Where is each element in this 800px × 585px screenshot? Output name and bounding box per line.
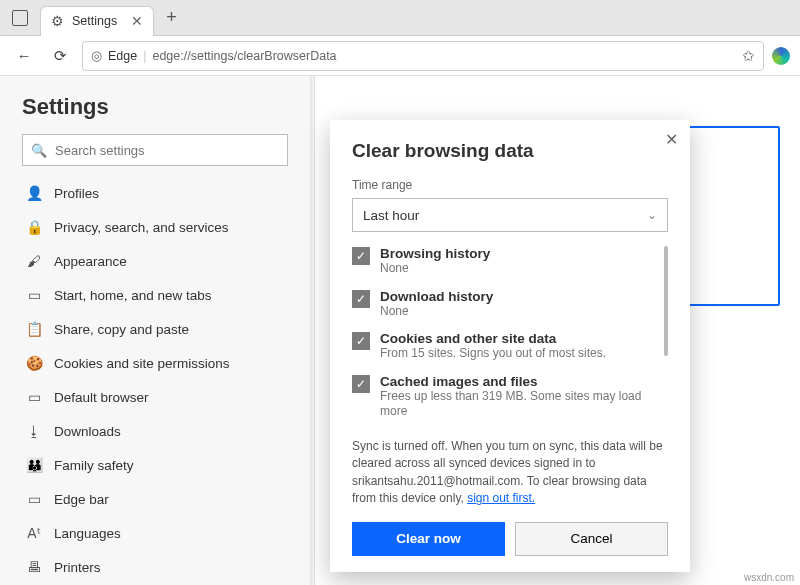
search-input[interactable] bbox=[55, 143, 279, 158]
check-desc: From 15 sites. Signs you out of most sit… bbox=[380, 346, 606, 362]
sidebar-item-5[interactable]: 🍪Cookies and site permissions bbox=[22, 346, 288, 380]
sidebar-item-label: Family safety bbox=[54, 458, 134, 473]
sidebar-item-icon: 🍪 bbox=[26, 355, 42, 371]
sidebar-item-label: Printers bbox=[54, 560, 101, 575]
dialog-title: Clear browsing data bbox=[352, 140, 668, 162]
sidebar-item-icon: 👪 bbox=[26, 457, 42, 473]
time-range-value: Last hour bbox=[363, 208, 419, 223]
sidebar-item-11[interactable]: 🖶Printers bbox=[22, 550, 288, 584]
sidebar-item-3[interactable]: ▭Start, home, and new tabs bbox=[22, 278, 288, 312]
address-bar[interactable]: ◎ Edge | edge://settings/clearBrowserDat… bbox=[82, 41, 764, 71]
sidebar-item-icon: 👤 bbox=[26, 185, 42, 201]
chevron-down-icon: ⌄ bbox=[647, 208, 657, 222]
check-row-1: ✓Download historyNone bbox=[352, 289, 668, 320]
new-tab-button[interactable]: + bbox=[154, 7, 189, 28]
sign-out-link[interactable]: sign out first. bbox=[467, 491, 535, 505]
sidebar-item-label: Share, copy and paste bbox=[54, 322, 189, 337]
sidebar-item-icon: 🖌 bbox=[26, 253, 42, 269]
search-settings[interactable]: 🔍 bbox=[22, 134, 288, 166]
titlebar: ⚙ Settings ✕ + bbox=[0, 0, 800, 36]
watermark: wsxdn.com bbox=[744, 572, 794, 583]
page-title: Settings bbox=[22, 94, 288, 120]
address-host: Edge bbox=[108, 49, 137, 63]
sidebar-item-icon: Aᵗ bbox=[26, 525, 42, 541]
check-title: Cookies and other site data bbox=[380, 331, 606, 346]
checkbox[interactable]: ✓ bbox=[352, 290, 370, 308]
check-row-2: ✓Cookies and other site dataFrom 15 site… bbox=[352, 331, 668, 362]
sidebar-item-icon: ▭ bbox=[26, 389, 42, 405]
sidebar-item-0[interactable]: 👤Profiles bbox=[22, 176, 288, 210]
sidebar-item-icon: ▭ bbox=[26, 491, 42, 507]
clear-browsing-data-dialog: ✕ Clear browsing data Time range Last ho… bbox=[330, 120, 690, 572]
checkbox[interactable]: ✓ bbox=[352, 375, 370, 393]
sidebar-item-2[interactable]: 🖌Appearance bbox=[22, 244, 288, 278]
check-desc: Frees up less than 319 MB. Some sites ma… bbox=[380, 389, 668, 420]
sync-note: Sync is turned off. When you turn on syn… bbox=[352, 438, 668, 508]
close-dialog-icon[interactable]: ✕ bbox=[665, 130, 678, 149]
sidebar-item-icon: ▭ bbox=[26, 287, 42, 303]
sidebar-item-7[interactable]: ⭳Downloads bbox=[22, 414, 288, 448]
check-desc: None bbox=[380, 261, 490, 277]
back-button[interactable]: ← bbox=[10, 42, 38, 70]
check-title: Browsing history bbox=[380, 246, 490, 261]
check-desc: None bbox=[380, 304, 493, 320]
sidebar-item-9[interactable]: ▭Edge bar bbox=[22, 482, 288, 516]
sidebar-item-label: Edge bar bbox=[54, 492, 109, 507]
edge-icon: ◎ bbox=[91, 48, 102, 63]
sidebar-item-label: Privacy, search, and services bbox=[54, 220, 229, 235]
tab-title: Settings bbox=[72, 14, 117, 28]
sidebar-item-1[interactable]: 🔒Privacy, search, and services bbox=[22, 210, 288, 244]
favorite-icon[interactable]: ✩ bbox=[742, 47, 755, 65]
check-title: Download history bbox=[380, 289, 493, 304]
sidebar-item-label: Default browser bbox=[54, 390, 149, 405]
clear-now-button[interactable]: Clear now bbox=[352, 522, 505, 556]
checkbox[interactable]: ✓ bbox=[352, 247, 370, 265]
address-url: edge://settings/clearBrowserData bbox=[152, 49, 336, 63]
gear-icon: ⚙ bbox=[51, 13, 64, 29]
browser-tab[interactable]: ⚙ Settings ✕ bbox=[40, 6, 154, 36]
sidebar-item-icon: 🔒 bbox=[26, 219, 42, 235]
time-range-label: Time range bbox=[352, 178, 668, 192]
sidebar-item-label: Cookies and site permissions bbox=[54, 356, 230, 371]
scrollbar-thumb[interactable] bbox=[664, 246, 668, 356]
sidebar-item-8[interactable]: 👪Family safety bbox=[22, 448, 288, 482]
profile-icon[interactable] bbox=[772, 47, 790, 65]
sidebar-item-4[interactable]: 📋Share, copy and paste bbox=[22, 312, 288, 346]
sidebar-item-icon: 🖶 bbox=[26, 559, 42, 575]
time-range-select[interactable]: Last hour ⌄ bbox=[352, 198, 668, 232]
search-icon: 🔍 bbox=[31, 143, 47, 158]
sidebar-item-label: Start, home, and new tabs bbox=[54, 288, 212, 303]
cancel-button[interactable]: Cancel bbox=[515, 522, 668, 556]
checkbox[interactable]: ✓ bbox=[352, 332, 370, 350]
toolbar: ← ⟳ ◎ Edge | edge://settings/clearBrowse… bbox=[0, 36, 800, 76]
close-tab-icon[interactable]: ✕ bbox=[131, 13, 143, 29]
sidebar-item-6[interactable]: ▭Default browser bbox=[22, 380, 288, 414]
check-title: Cached images and files bbox=[380, 374, 668, 389]
check-row-3: ✓Cached images and filesFrees up less th… bbox=[352, 374, 668, 420]
sidebar-item-icon: ⭳ bbox=[26, 423, 42, 439]
refresh-button[interactable]: ⟳ bbox=[46, 42, 74, 70]
sidebar-item-label: Downloads bbox=[54, 424, 121, 439]
check-row-0: ✓Browsing historyNone bbox=[352, 246, 668, 277]
sidebar-item-10[interactable]: AᵗLanguages bbox=[22, 516, 288, 550]
settings-sidebar: Settings 🔍 👤Profiles🔒Privacy, search, an… bbox=[0, 76, 310, 585]
tab-overview-icon[interactable] bbox=[12, 10, 28, 26]
sidebar-item-icon: 📋 bbox=[26, 321, 42, 337]
sidebar-item-label: Languages bbox=[54, 526, 121, 541]
sidebar-item-label: Profiles bbox=[54, 186, 99, 201]
sidebar-item-label: Appearance bbox=[54, 254, 127, 269]
